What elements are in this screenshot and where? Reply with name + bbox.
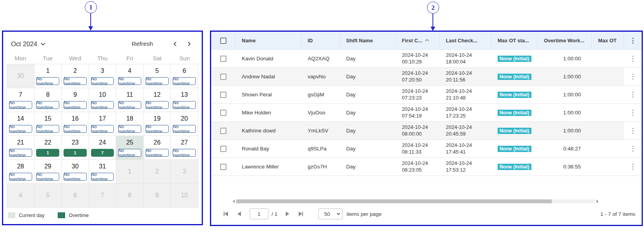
no-overtime-badge[interactable]: No overtime (118, 149, 141, 157)
no-overtime-badge[interactable]: No overtime (9, 101, 32, 109)
no-overtime-badge[interactable]: No overtime (64, 173, 87, 181)
page-size-select[interactable]: 50 (318, 208, 343, 219)
calendar-day-cell[interactable]: 25No overtime (116, 136, 144, 160)
no-overtime-badge[interactable]: No overtime (36, 173, 59, 181)
calendar-day-cell[interactable]: 9No overtime (62, 88, 89, 112)
calendar-day-cell[interactable]: 19No overtime (144, 112, 171, 136)
no-overtime-badge[interactable]: No overtime (36, 101, 59, 109)
column-header-max-ot[interactable]: Max OT (592, 32, 624, 49)
scrollbar-thumb[interactable] (236, 199, 552, 203)
row-checkbox[interactable] (220, 56, 226, 62)
calendar-day-cell[interactable]: 3No overtime (89, 64, 117, 88)
calendar-day-cell[interactable]: 20No overtime (171, 112, 198, 136)
calendar-day-cell[interactable]: 18No overtime (116, 112, 144, 136)
calendar-day-cell[interactable]: 16No overtime (62, 112, 89, 136)
calendar-day-cell[interactable]: 27No overtime (171, 136, 198, 160)
scroll-left-icon[interactable] (233, 200, 235, 203)
calendar-day-cell[interactable]: 2No overtime (62, 64, 89, 88)
row-checkbox[interactable] (220, 146, 226, 152)
calendar-day-cell[interactable]: 17No overtime (89, 112, 117, 136)
row-checkbox[interactable] (220, 128, 226, 134)
calendar-day-cell[interactable]: 31No overtime (89, 160, 117, 184)
calendar-day-cell[interactable]: 15No overtime (35, 112, 62, 136)
no-overtime-badge[interactable]: No overtime (91, 173, 114, 181)
calendar-day-cell[interactable]: 14No overtime (7, 112, 35, 136)
no-overtime-badge[interactable]: No overtime (64, 101, 87, 109)
calendar-day-cell[interactable]: 29No overtime (35, 160, 62, 184)
no-overtime-badge[interactable]: No overtime (146, 149, 169, 157)
row-menu-button[interactable]: ⋮ (629, 127, 636, 134)
column-header-max-ot-status[interactable]: Max OT sta... (491, 32, 538, 49)
row-menu-button[interactable]: ⋮ (629, 163, 636, 170)
calendar-day-cell[interactable]: 5No overtime (144, 64, 171, 88)
scroll-right-icon[interactable] (597, 200, 598, 203)
no-overtime-badge[interactable]: No overtime (118, 101, 141, 109)
row-menu-button[interactable]: ⋮ (629, 91, 636, 98)
no-overtime-badge[interactable]: No overtime (173, 101, 196, 109)
no-overtime-badge[interactable]: No overtime (9, 149, 32, 157)
no-overtime-badge[interactable]: No overtime (64, 77, 87, 85)
no-overtime-badge[interactable]: No overtime (9, 125, 32, 133)
row-menu-button[interactable]: ⋮ (629, 145, 636, 152)
select-all-checkbox[interactable] (220, 38, 226, 44)
column-header-shift-name[interactable]: Shift Name (340, 32, 396, 49)
row-menu-button[interactable]: ⋮ (629, 109, 636, 116)
calendar-day-cell[interactable]: 21No overtime (7, 136, 35, 160)
no-overtime-badge[interactable]: No overtime (91, 125, 114, 133)
calendar-day-cell[interactable]: 6No overtime (171, 64, 198, 88)
calendar-day-cell[interactable]: 30No overtime (62, 160, 89, 184)
no-overtime-badge[interactable]: No overtime (9, 173, 32, 181)
overtime-badge[interactable]: 7 (91, 149, 114, 157)
row-checkbox[interactable] (220, 110, 226, 116)
row-menu-button[interactable]: ⋮ (629, 55, 636, 62)
no-overtime-badge[interactable]: No overtime (173, 125, 196, 133)
month-selector[interactable]: Oct 2024 (11, 40, 44, 48)
first-page-button[interactable] (219, 208, 232, 219)
column-header-id[interactable]: ID (301, 32, 340, 49)
overtime-badge[interactable]: 1 (36, 149, 59, 157)
column-header-overtime-work[interactable]: Overtime Work... (538, 32, 592, 49)
calendar-day-cell[interactable]: 8No overtime (35, 88, 62, 112)
column-header-last-check[interactable]: Last Check... (440, 32, 491, 49)
calendar-day-cell[interactable]: 13No overtime (171, 88, 198, 112)
next-page-button[interactable] (281, 208, 294, 219)
refresh-button[interactable]: Refresh (132, 40, 153, 47)
no-overtime-badge[interactable]: No overtime (64, 125, 87, 133)
calendar-day-cell[interactable]: 26No overtime (144, 136, 171, 160)
calendar-day-cell[interactable]: 221 (35, 136, 62, 160)
no-overtime-badge[interactable]: No overtime (173, 149, 196, 157)
row-checkbox[interactable] (220, 164, 226, 170)
calendar-day-cell[interactable]: 11No overtime (116, 88, 144, 112)
no-overtime-badge[interactable]: No overtime (36, 125, 59, 133)
calendar-day-cell[interactable]: 247 (89, 136, 117, 160)
calendar-day-cell[interactable]: 4No overtime (116, 64, 144, 88)
calendar-day-cell[interactable]: 231 (62, 136, 89, 160)
no-overtime-badge[interactable]: No overtime (146, 125, 169, 133)
no-overtime-badge[interactable]: No overtime (146, 77, 169, 85)
column-header-name[interactable]: Name (235, 32, 301, 49)
prev-page-button[interactable] (232, 208, 246, 219)
overtime-badge[interactable]: 1 (64, 149, 87, 157)
calendar-day-cell[interactable]: 28No overtime (7, 160, 35, 184)
no-overtime-badge[interactable]: No overtime (118, 125, 141, 133)
calendar-day-cell[interactable]: 10No overtime (89, 88, 117, 112)
prev-month-button[interactable] (170, 41, 182, 47)
calendar-day-cell[interactable]: 7No overtime (7, 88, 35, 112)
no-overtime-badge[interactable]: No overtime (91, 77, 114, 85)
page-number-input[interactable] (250, 208, 268, 219)
last-page-button[interactable] (294, 208, 307, 219)
column-header-first-check[interactable]: First C... (396, 32, 440, 49)
calendar-day-cell[interactable]: 12No overtime (144, 88, 171, 112)
row-menu-button[interactable]: ⋮ (629, 73, 636, 80)
no-overtime-badge[interactable]: No overtime (91, 101, 114, 109)
no-overtime-badge[interactable]: No overtime (146, 101, 169, 109)
calendar-day-cell[interactable]: 1No overtime (35, 64, 62, 88)
row-checkbox[interactable] (220, 92, 226, 98)
no-overtime-badge[interactable]: No overtime (118, 77, 141, 85)
row-checkbox[interactable] (220, 74, 226, 80)
no-overtime-badge[interactable]: No overtime (173, 77, 196, 85)
horizontal-scrollbar[interactable] (233, 199, 598, 204)
next-month-button[interactable] (182, 41, 195, 47)
no-overtime-badge[interactable]: No overtime (36, 77, 59, 85)
scrollbar-track[interactable] (236, 199, 595, 203)
